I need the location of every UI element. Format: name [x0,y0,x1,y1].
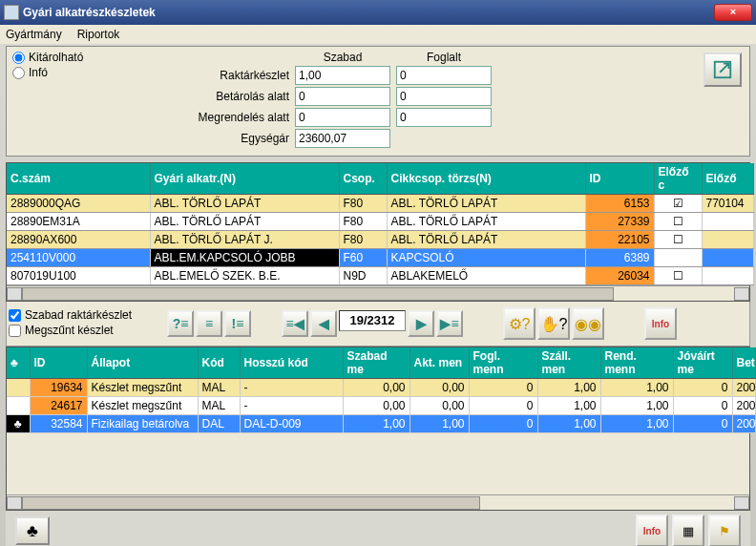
parts-table[interactable]: C.szám Gyári alkatr.(N) Csop. Cikkcsop. … [7,163,754,285]
scroll-thumb[interactable] [22,287,614,301]
next-button[interactable]: ▶ [408,310,434,337]
stock-blank-area [7,433,749,494]
hdr-club[interactable]: ♣ [7,347,30,379]
menu-riportok[interactable]: Riportok [77,28,120,41]
table-row[interactable]: 19634Készlet megszűntMAL-0,000,0001,001,… [7,379,755,397]
filter-panel: Kitárolható Infó Szabad Foglalt Raktárké… [6,46,750,157]
hdr-bet[interactable]: Bet [732,347,755,379]
close-button[interactable]: × [714,4,752,21]
scroll-right-icon[interactable] [734,496,749,510]
coins-icon: ◉◉ [575,315,601,333]
flag-button[interactable]: ⚑ [708,514,741,546]
table-row[interactable]: ♣32584Fizikailag betárolvaDALDAL-D-0091,… [7,415,755,433]
stock-table[interactable]: ♣ ID Állapot Kód Hosszú kód Szabad me Ak… [7,347,756,433]
info-icon: Info [652,319,669,329]
list-exclaim-button[interactable]: !≡ [224,310,251,337]
hdr-cikk[interactable]: Cikkcsop. törzs(N) [387,163,585,195]
app-icon [4,5,19,20]
stock-table-wrap: ♣ ID Állapot Kód Hosszú kód Szabad me Ak… [6,346,750,511]
hdr-cszam[interactable]: C.szám [7,163,150,195]
radio-kitarolhato[interactable] [12,52,25,64]
hdr-kod[interactable]: Kód [198,347,240,379]
hdr-rend[interactable]: Rend. menn [600,347,673,379]
menu-gyartmany[interactable]: Gyártmány [6,28,62,41]
list-button[interactable]: ≡ [196,310,222,337]
table-row[interactable]: 28890AX600ABL. TÖRLŐ LAPÁT J.F80ABL. TÖR… [7,231,753,249]
hdr-csop[interactable]: Csop. [339,163,387,195]
prev-button[interactable]: ◀ [310,310,337,337]
header-foglalt: Foglalt [396,51,492,64]
info-icon: Info [643,526,661,536]
check-megszunt-label: Megszűnt készlet [25,324,114,337]
hdr-hosszu[interactable]: Hosszú kód [240,347,343,379]
check-szabad[interactable] [9,309,21,322]
input-betar-foglalt[interactable] [396,87,492,106]
open-button[interactable] [704,52,742,87]
table-row[interactable]: 24617Készlet megszűntMAL-0,000,0001,001,… [7,397,755,415]
stock-header-row: ♣ ID Állapot Kód Hosszú kód Szabad me Ak… [7,347,755,379]
hdr-szall[interactable]: Száll. men [537,347,600,379]
last-button[interactable]: ▶≡ [436,310,463,337]
radio-info[interactable] [12,67,25,79]
table-row[interactable]: 28890EM31AABL. TÖRLŐ LAPÁTF80ABL. TÖRLŐ … [7,213,753,231]
device-icon: ▦ [682,524,694,538]
hdr-id[interactable]: ID [585,163,654,195]
titlebar: Gyári alkatrészkészletek × [0,0,756,25]
input-megr-foglalt[interactable] [396,108,492,127]
stock-hscroll[interactable] [7,494,749,510]
query-button[interactable]: ?≡ [167,310,194,337]
filter-checks: Szabad raktárkészlet Megszűnt készlet [9,308,161,339]
input-betar-szabad[interactable] [295,87,390,106]
menubar: Gyártmány Riportok [0,25,756,44]
header-szabad: Szabad [295,51,390,64]
first-icon: ≡◀ [285,316,304,331]
hdr-fogl[interactable]: Fogl. menn [469,347,537,379]
hdr-elozo[interactable]: Előző [702,163,753,195]
hdr-jovairt[interactable]: Jóváírt me [673,347,732,379]
stock-form: Szabad Foglalt Raktárkészlet Betárolás a… [127,51,744,148]
question-icon: ?≡ [173,316,189,331]
table-row[interactable]: 2889000QAGABL. TÖRLŐ LAPÁTF80ABL. TÖRLŐ … [7,195,753,213]
parts-header-row: C.szám Gyári alkatr.(N) Csop. Cikkcsop. … [7,163,753,195]
scroll-thumb[interactable] [22,496,480,510]
info-button[interactable]: Info [644,307,677,340]
hdr-id2[interactable]: ID [30,347,87,379]
table-row[interactable]: 807019U100ABL.EMELŐ SZEK. B.E.N9DABLAKEM… [7,267,753,285]
input-raktar-foglalt[interactable] [396,66,492,85]
label-raktarkeszlet: Raktárkészlet [127,69,289,82]
hdr-alkatr[interactable]: Gyári alkatr.(N) [150,163,339,195]
gear-question-button[interactable]: ⚙? [503,307,536,340]
label-betarolas: Betárolás alatt [127,90,289,103]
content-area: Kitárolható Infó Szabad Foglalt Raktárké… [0,44,756,546]
prev-icon: ◀ [319,316,329,331]
radio-info-label: Infó [29,66,48,79]
hand-icon: ✋? [540,315,568,333]
hdr-allapot[interactable]: Állapot [87,347,198,379]
window-title: Gyári alkatrészkészletek [23,6,714,19]
input-raktar-szabad[interactable] [295,66,390,85]
table-row[interactable]: 254110V000ABL.EM.KAPCSOLÓ JOBBF60KAPCSOL… [7,249,753,267]
input-egysegar[interactable] [295,129,390,148]
input-megr-szabad[interactable] [295,108,390,127]
hdr-elozo-c[interactable]: Előző c [654,163,702,195]
coins-button[interactable]: ◉◉ [572,307,604,340]
scroll-left-icon[interactable] [7,287,22,301]
scroll-left-icon[interactable] [7,496,22,510]
device-button[interactable]: ▦ [672,514,704,546]
hand-button[interactable]: ✋? [537,307,570,340]
list-exclaim-icon: !≡ [232,316,244,331]
club-button[interactable]: ♣ [15,516,50,545]
parts-hscroll[interactable] [7,285,749,301]
check-szabad-label: Szabad raktárkészlet [25,308,132,322]
hdr-szabad[interactable]: Szabad me [343,347,410,379]
info-button-bottom[interactable]: Info [636,514,668,546]
radio-column: Kitárolható Infó [12,51,117,148]
radio-kitarolhato-label: Kitárolható [29,51,83,64]
bottom-bar: ♣ Info ▦ ⚑ [6,511,750,546]
check-megszunt[interactable] [9,325,21,337]
middle-toolbar: Szabad raktárkészlet Megszűnt készlet ?≡… [6,302,750,346]
scroll-right-icon[interactable] [734,287,749,301]
next-icon: ▶ [416,316,427,331]
first-button[interactable]: ≡◀ [282,310,308,337]
hdr-akt[interactable]: Akt. men [410,347,469,379]
